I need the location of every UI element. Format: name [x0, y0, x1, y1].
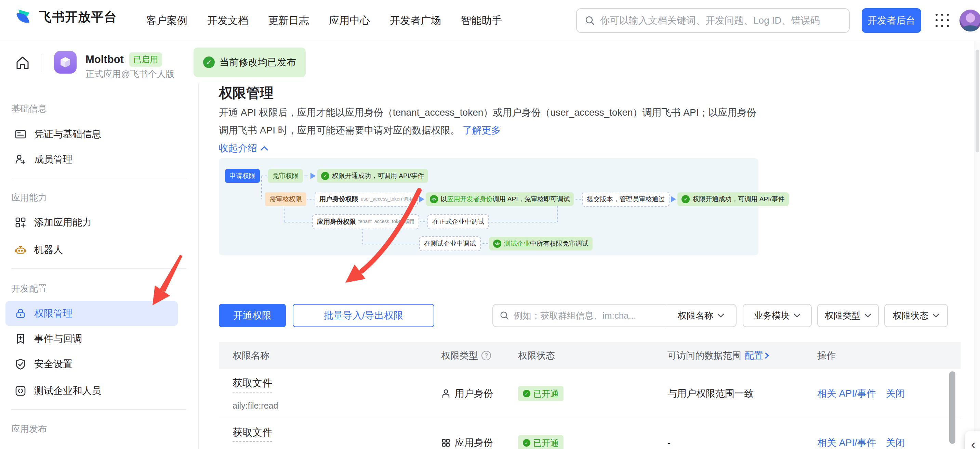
open-permission-button[interactable]: 开通权限	[219, 304, 286, 327]
close-permission-link[interactable]: 关闭	[886, 436, 905, 449]
app-header-bar: Moltbot 已启用 正式应用@飞书个人版 ✓ 当前修改均已发布	[0, 42, 980, 83]
filter-permission-type-dropdown[interactable]: 权限类型	[817, 304, 879, 327]
sidebar-item-add-capability[interactable]: 添加应用能力	[5, 210, 178, 235]
dropdown-label: 权限名称	[678, 310, 713, 322]
filter-module-dropdown[interactable]: 业务模块	[743, 304, 812, 327]
nav-item-changelog[interactable]: 更新日志	[268, 14, 309, 28]
top-navbar: 飞书开放平台 客户案例 开发文档 更新日志 应用中心 开发者广场 智能助手 开发…	[0, 0, 980, 41]
column-header-name: 权限名称	[232, 342, 269, 369]
filter-permission-name-dropdown[interactable]: 权限名称	[666, 305, 736, 326]
flow-connector	[482, 243, 488, 244]
sidebar-item-label: 添加应用能力	[34, 216, 92, 229]
sidebar-item-label: 权限管理	[34, 307, 73, 320]
permission-type-label: 应用身份	[455, 436, 493, 449]
flow-no-review-node: 免审权限	[268, 169, 303, 183]
sidebar-item-events[interactable]: 事件与回调	[5, 326, 178, 351]
collapse-intro-link[interactable]: 收起介绍	[219, 142, 268, 155]
related-api-link[interactable]: 相关 API/事件	[817, 387, 877, 400]
app-icon	[54, 51, 76, 74]
description-line2: 调用飞书 API 时，应用可能还需要申请对应的数据权限。 了解更多	[219, 124, 501, 137]
flow-test-free-node: </> 测试企业中所有权限免审调试	[489, 237, 593, 251]
actions-cell: 相关 API/事件 关闭	[817, 418, 905, 449]
sidebar-item-test-enterprise[interactable]: 测试企业和人员	[5, 379, 178, 403]
permission-status-cell: ✓ 已开通	[518, 369, 563, 418]
check-icon: ✓	[523, 390, 530, 397]
permission-search-input[interactable]	[514, 310, 644, 321]
global-search[interactable]	[576, 8, 850, 33]
sidebar-item-label: 测试企业和人员	[34, 384, 101, 397]
collapse-panel-button[interactable]: ‹	[965, 431, 980, 449]
flow-connector	[487, 222, 557, 222]
flow-user-perm-label: 用户身份权限	[319, 195, 358, 204]
nav-item-docs[interactable]: 开发文档	[207, 14, 248, 28]
nav-item-assistant[interactable]: 智能助手	[461, 14, 502, 28]
global-search-input[interactable]	[600, 15, 842, 26]
data-scope-cell: -	[667, 418, 671, 449]
scope-config-link[interactable]: 配置	[745, 349, 769, 362]
sidebar-section-basic: 基础信息	[11, 103, 47, 115]
dropdown-label: 权限状态	[893, 310, 928, 322]
apps-grid-icon[interactable]	[935, 14, 949, 27]
sidebar-section-capability: 应用能力	[11, 192, 47, 204]
flow-connector	[284, 222, 312, 222]
api-icon: </>	[430, 195, 438, 203]
flow-success-node-2: ✓ 权限开通成功，可调用 API/事件	[678, 192, 789, 206]
flow-connector	[363, 244, 419, 244]
lock-icon	[14, 307, 27, 320]
flow-test-free-label: 测试企业中所有权限免审调试	[504, 239, 589, 248]
bookmark-plus-icon	[14, 332, 27, 345]
sidebar-item-members[interactable]: 成员管理	[5, 147, 178, 172]
page-scrollbar[interactable]	[975, 42, 980, 449]
permission-search-box[interactable]	[493, 305, 666, 326]
close-permission-link[interactable]: 关闭	[886, 387, 905, 400]
column-header-type-label: 权限类型	[441, 349, 478, 362]
learn-more-link[interactable]: 了解更多	[462, 125, 501, 136]
sidebar-item-credentials[interactable]: 凭证与基础信息	[5, 122, 178, 147]
sidebar-item-bot[interactable]: 机器人	[5, 238, 178, 262]
related-api-link[interactable]: 相关 API/事件	[817, 436, 877, 449]
page-scrollbar-thumb[interactable]	[975, 50, 979, 152]
sidebar-item-label: 凭证与基础信息	[34, 128, 101, 141]
data-scope-cell: 与用户权限范围一致	[667, 369, 754, 418]
brand-logo[interactable]: 飞书开放平台	[15, 8, 117, 26]
flow-connector	[304, 176, 308, 176]
status-badge: ✓ 已开通	[518, 386, 563, 401]
check-icon: ✓	[523, 439, 530, 447]
sidebar-item-security[interactable]: 安全设置	[5, 352, 178, 376]
home-icon[interactable]	[14, 54, 32, 72]
table-header: 权限名称 权限类型 ? 权限状态 可访问的数据范围 配置 操作	[219, 342, 961, 369]
permission-name-cell: 获取文件 aily:file:read	[232, 418, 278, 449]
app-name: Moltbot	[86, 53, 124, 66]
arrow-right-icon	[419, 196, 424, 202]
description-text: 调用飞书 API 时，应用可能还需要申请对应的数据权限。	[219, 125, 460, 136]
filter-permission-status-dropdown[interactable]: 权限状态	[884, 304, 948, 327]
main-content: 权限管理 开通 API 权限后，应用才能以应用身份（tenant_access_…	[199, 83, 975, 449]
table-scrollbar-thumb[interactable]	[949, 371, 955, 444]
nav-item-appcenter[interactable]: 应用中心	[329, 14, 370, 28]
permission-type-cell: 用户身份	[441, 369, 493, 418]
publish-status-pill: ✓ 当前修改均已发布	[194, 48, 306, 77]
column-header-scope: 可访问的数据范围 配置	[667, 342, 769, 369]
batch-import-export-button[interactable]: 批量导入/导出权限	[293, 304, 434, 327]
nav-item-cases[interactable]: 客户案例	[146, 14, 188, 28]
help-icon[interactable]: ?	[482, 351, 491, 360]
flow-connector	[575, 199, 581, 200]
dropdown-label: 业务模块	[754, 310, 789, 322]
check-icon: ✓	[203, 56, 215, 68]
sidebar-item-label: 成员管理	[34, 153, 73, 166]
flow-success-label: 权限开通成功，可调用 API/事件	[692, 195, 784, 204]
avatar[interactable]	[959, 10, 980, 32]
search-icon	[499, 310, 509, 321]
chevron-down-icon	[864, 313, 871, 318]
nav-item-devplaza[interactable]: 开发者广场	[390, 14, 441, 28]
sidebar-item-permissions[interactable]: 权限管理	[5, 301, 178, 326]
app-enabled-badge: 已启用	[129, 52, 162, 67]
permission-name[interactable]: 获取文件	[232, 376, 272, 393]
chevron-down-icon	[932, 313, 939, 318]
divider	[11, 178, 186, 178]
developer-console-button[interactable]: 开发者后台	[862, 8, 921, 33]
person-plus-icon	[14, 153, 27, 166]
permission-name[interactable]: 获取文件	[232, 426, 272, 442]
publish-status-text: 当前修改均已发布	[220, 56, 296, 69]
column-header-status: 权限状态	[518, 342, 555, 369]
